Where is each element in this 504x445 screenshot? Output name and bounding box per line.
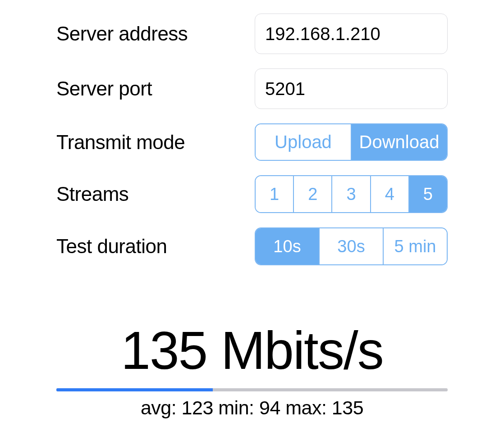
server-port-input[interactable] (255, 68, 448, 109)
streams-segmented-option[interactable]: 4 (370, 176, 408, 212)
test-duration-segmented-option[interactable]: 30s (319, 228, 383, 264)
result-panel: 135 Mbits/s avg: 123 min: 94 max: 135 (0, 324, 504, 419)
server-address-control (255, 14, 448, 54)
transmit-mode-label: Transmit mode (56, 131, 255, 154)
progress-bar (56, 388, 448, 391)
test-duration-label: Test duration (56, 235, 255, 258)
row-test-duration: Test duration 10s30s5 min (56, 227, 448, 265)
speed-value: 135 (121, 321, 207, 380)
streams-segmented-option[interactable]: 2 (293, 176, 331, 212)
transmit-mode-segmented-option[interactable]: Download (351, 124, 447, 160)
row-server-port: Server port (56, 68, 448, 109)
settings-form: Server address Server port Transmit mode… (0, 0, 504, 265)
streams-segmented-option[interactable]: 3 (331, 176, 370, 212)
server-address-label: Server address (56, 23, 255, 45)
transmit-mode-segmented-option[interactable]: Upload (256, 124, 351, 160)
server-port-control (255, 68, 448, 109)
transmit-mode-segmented: UploadDownload (255, 123, 448, 161)
test-duration-segmented-option[interactable]: 10s (256, 228, 319, 264)
row-server-address: Server address (56, 14, 448, 54)
test-duration-segmented: 10s30s5 min (255, 227, 448, 265)
streams-segmented: 12345 (255, 175, 448, 213)
server-address-input[interactable] (255, 14, 448, 54)
speed-stats: avg: 123 min: 94 max: 135 (56, 397, 448, 419)
streams-control: 12345 (255, 175, 448, 213)
row-transmit-mode: Transmit mode UploadDownload (56, 123, 448, 161)
transmit-mode-control: UploadDownload (255, 123, 448, 161)
speed-readout: 135 Mbits/s (56, 324, 448, 377)
test-duration-segmented-option[interactable]: 5 min (383, 228, 447, 264)
streams-segmented-option[interactable]: 1 (256, 176, 293, 212)
speed-unit: Mbits/s (221, 321, 383, 380)
streams-segmented-option[interactable]: 5 (408, 176, 447, 212)
server-port-label: Server port (56, 77, 255, 100)
streams-label: Streams (56, 183, 255, 205)
progress-fill (56, 388, 213, 391)
test-duration-control: 10s30s5 min (255, 227, 448, 265)
row-streams: Streams 12345 (56, 175, 448, 213)
